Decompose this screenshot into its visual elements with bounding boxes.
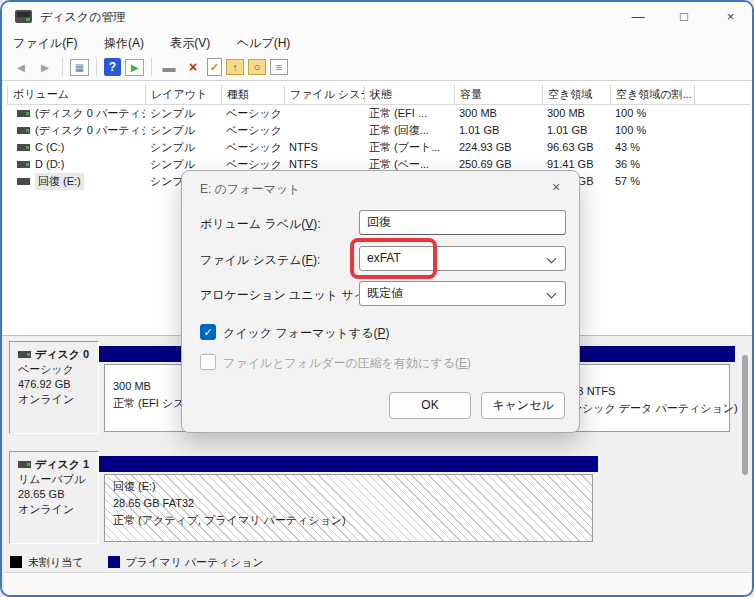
chevron-down-icon (547, 289, 557, 299)
minimize-button[interactable]: — (615, 2, 661, 32)
table-row[interactable]: (ディスク 0 パーティシ... シンプル ベーシック 正常 (回復... 1.… (7, 122, 750, 139)
partition-size: 28.65 GB FAT32 (113, 495, 194, 512)
disk0-status: オンライン (18, 392, 98, 407)
column-header-free-pct[interactable]: 空き領域の割... (611, 85, 695, 104)
disk-icon (17, 161, 30, 168)
window-title: ディスクの管理 (40, 2, 125, 32)
title-bar: ディスクの管理 — □ × (2, 2, 752, 32)
column-header-empty[interactable] (695, 85, 754, 104)
legend-label-primary: プライマリ パーティション (126, 555, 264, 570)
partition-name: 回復 (E:) (113, 478, 156, 495)
app-icon (15, 10, 32, 23)
column-header-capacity[interactable]: 容量 (455, 85, 543, 104)
action-pane-icon[interactable]: ▶ (125, 59, 144, 76)
properties-icon[interactable]: ≡ (270, 59, 288, 75)
toolbar-separator (96, 58, 97, 76)
disk1-size: 28.65 GB (18, 487, 98, 502)
disk1-label-panel[interactable]: ディスク 1 リムーバブル 28.65 GB オンライン (9, 451, 99, 544)
toolbar-separator (151, 58, 152, 76)
status-bar (5, 572, 751, 596)
console-tree-icon[interactable]: ▦ (70, 59, 89, 76)
column-header-filesystem[interactable]: ファイル システム (285, 85, 365, 104)
cancel-button[interactable]: キャンセル (481, 392, 565, 419)
unallocated-swatch (10, 556, 22, 568)
partition-size: 300 MB (113, 378, 151, 395)
rescan-disks-icon[interactable]: ▬ (159, 58, 179, 77)
disk-management-window: ディスクの管理 — □ × ファイル(F) 操作(A) 表示(V) ヘルプ(H)… (0, 0, 754, 597)
disk1-partition-color-bar (99, 456, 598, 472)
explore-folder-icon[interactable]: ○ (248, 59, 266, 75)
column-header-layout[interactable]: レイアウト (146, 85, 222, 104)
primary-partition-swatch (108, 556, 120, 568)
open-folder-icon[interactable]: ↑ (226, 59, 244, 75)
menu-file[interactable]: ファイル(F) (2, 32, 88, 54)
disk1-type: リムーバブル (18, 472, 98, 487)
column-header-volume[interactable]: ボリューム (8, 85, 146, 104)
table-header: ボリューム レイアウト 種類 ファイル システム 状態 容量 空き領域 空き領域… (7, 85, 750, 105)
disk0-size: 476.92 GB (18, 377, 98, 392)
dialog-close-icon[interactable]: × (545, 176, 567, 198)
close-button[interactable]: × (707, 2, 754, 32)
disk0-type: ベーシック (18, 362, 98, 377)
allocation-unit-select[interactable]: 既定値 (359, 281, 566, 306)
format-dialog: E: のフォーマット × ボリューム ラベル(V): 回復 ファイル システム(… (181, 170, 580, 433)
quick-format-label: クイック フォーマットする(P) (223, 325, 389, 342)
vertical-scrollbar[interactable] (739, 338, 751, 550)
delete-volume-icon[interactable]: × (183, 58, 203, 77)
compression-label: ファイルとフォルダーの圧縮を有効にする(E) (223, 355, 471, 372)
scrollbar-thumb[interactable] (742, 355, 748, 475)
quick-format-checkbox[interactable]: ✓ (200, 324, 216, 340)
toolbar: ◄ ► ▦ ? ▶ ▬ × ✓ ↑ ○ ≡ (2, 54, 752, 81)
menu-help[interactable]: ヘルプ(H) (226, 32, 302, 54)
menu-action[interactable]: 操作(A) (93, 32, 155, 54)
file-system-label: ファイル システム(F): (200, 252, 320, 269)
disk1-status: オンライン (18, 502, 98, 517)
disk-icon (17, 178, 30, 185)
volume-label-label: ボリューム ラベル(V): (200, 216, 321, 233)
column-header-free[interactable]: 空き領域 (543, 85, 611, 104)
legend-label-unallocated: 未割り当て (28, 555, 84, 570)
menu-view[interactable]: 表示(V) (159, 32, 221, 54)
forward-icon[interactable]: ► (35, 58, 55, 77)
help-icon[interactable]: ? (104, 58, 121, 76)
disk-icon (17, 127, 30, 134)
dialog-title: E: のフォーマット (200, 181, 300, 198)
disk-icon (18, 461, 31, 468)
mark-active-icon[interactable]: ✓ (207, 58, 222, 76)
disk0-label-panel[interactable]: ディスク 0 ベーシック 476.92 GB オンライン (9, 341, 99, 434)
toolbar-separator (62, 58, 63, 76)
legend: 未割り当て プライマリ パーティション (10, 554, 263, 570)
table-row[interactable]: (ディスク 0 パーティシ... シンプル ベーシック 正常 (EFI ... … (7, 105, 750, 122)
highlight-annotation (350, 238, 437, 279)
column-header-status[interactable]: 状態 (365, 85, 455, 104)
maximize-button[interactable]: □ (661, 2, 707, 32)
partition-status: 正常 (アクティブ, プライマリ パーティション) (113, 512, 346, 529)
disk-icon (17, 144, 30, 151)
disk1-partition-body[interactable]: 回復 (E:) 28.65 GB FAT32 正常 (アクティブ, プライマリ … (104, 474, 593, 542)
disk-icon (17, 110, 30, 117)
ok-button[interactable]: OK (389, 392, 471, 419)
volume-label-input[interactable]: 回復 (359, 210, 566, 235)
back-icon[interactable]: ◄ (11, 58, 31, 77)
table-row[interactable]: C (C:) シンプル ベーシック NTFS 正常 (ブート... 224.93… (7, 139, 750, 156)
chevron-down-icon (547, 254, 557, 264)
column-header-type[interactable]: 種類 (222, 85, 285, 104)
menu-bar: ファイル(F) 操作(A) 表示(V) ヘルプ(H) (2, 32, 752, 54)
compression-checkbox[interactable] (200, 354, 216, 370)
disk-icon (18, 351, 31, 358)
